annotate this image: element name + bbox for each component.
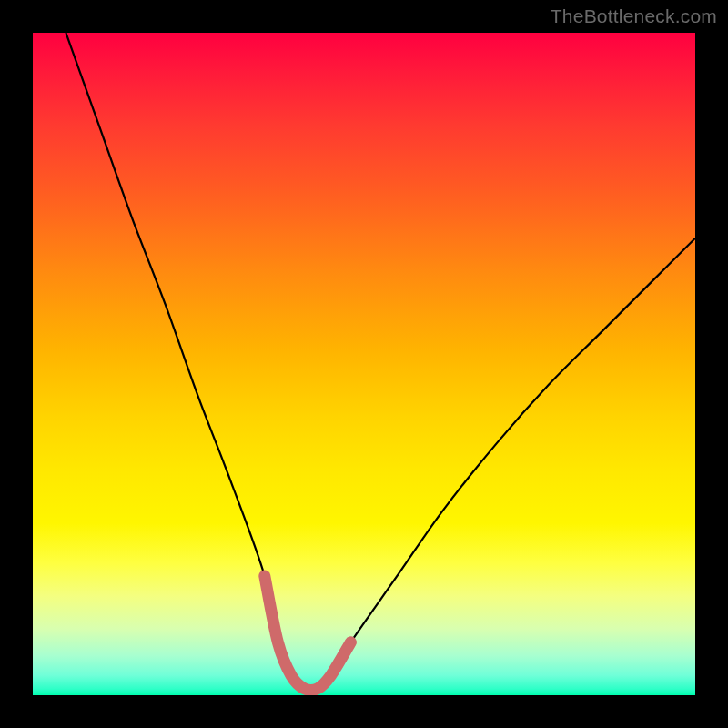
curve-layer: [33, 33, 695, 695]
bottleneck-curve: [66, 33, 695, 691]
watermark-text: TheBottleneck.com: [551, 5, 717, 27]
optimal-zone-highlight: [265, 576, 351, 691]
chart-frame: TheBottleneck.com: [0, 0, 728, 728]
plot-area: [33, 33, 695, 695]
